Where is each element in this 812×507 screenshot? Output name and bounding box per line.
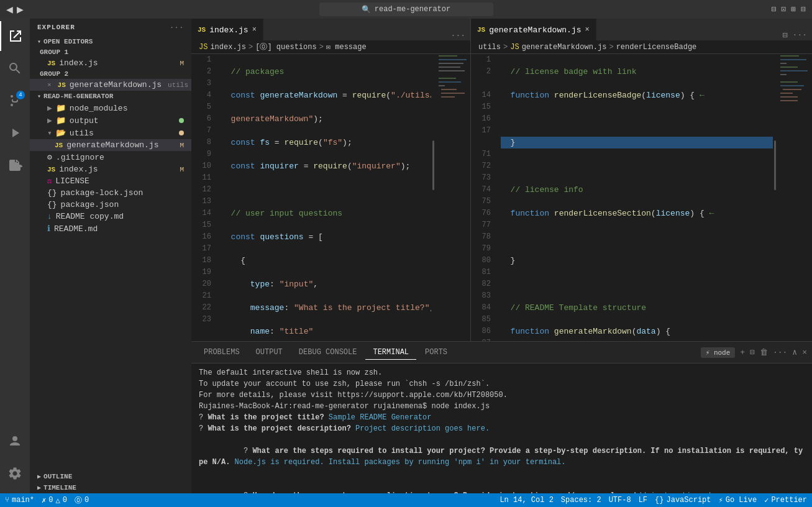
status-errors[interactable]: ✗ 0 △ 0 <box>42 496 67 505</box>
file-readme-name: README.md <box>54 224 98 234</box>
open-file-generatemarkdown[interactable]: × JS generateMarkdown.js utils M <box>30 79 191 91</box>
status-spaces[interactable]: Spaces: 2 <box>561 496 601 505</box>
right-tab-dots[interactable]: ··· <box>793 30 807 40</box>
file-readme-copy-name: README copy.md <box>56 212 124 221</box>
outline-label: OUTLINE <box>43 473 72 480</box>
tab-problems[interactable]: PROBLEMS <box>196 345 247 359</box>
activity-search[interactable] <box>0 53 30 83</box>
js-icon2: JS <box>58 81 66 89</box>
status-prettier[interactable]: ✓ Prettier <box>764 496 807 505</box>
terminal-content[interactable]: The default interactive shell is now zsh… <box>191 363 812 493</box>
status-position[interactable]: Ln 14, Col 2 <box>500 496 553 505</box>
breadcrumb-utils: utils <box>478 43 501 52</box>
file-packagelock[interactable]: {} package-lock.json <box>30 187 191 199</box>
status-encoding[interactable]: UTF-8 <box>609 496 631 505</box>
activity-run[interactable] <box>0 118 30 148</box>
activity-extensions[interactable] <box>0 150 30 180</box>
scroll-bar-left[interactable] <box>431 54 436 341</box>
forward-button[interactable]: ▶ <box>17 4 24 14</box>
scroll-bar-right[interactable] <box>773 54 778 341</box>
left-breadcrumb: JS index.js > [⓪] questions > ✉ message <box>191 40 470 54</box>
output-label: OUTPUT <box>256 348 283 357</box>
file-readme-copy[interactable]: ↓ README copy.md <box>30 211 191 222</box>
trash-terminal-icon[interactable]: 🗑 <box>760 348 768 357</box>
file-gitignore[interactable]: ⚙ .gitignore <box>30 151 191 163</box>
layout-icon[interactable]: ⊟ <box>772 4 777 14</box>
project-toggle[interactable]: ▾ READ-ME-GENERATOR <box>30 91 191 102</box>
svg-rect-4 <box>439 63 463 64</box>
group2-text: GROUP 2 <box>40 70 68 78</box>
layout2-icon[interactable]: ⊡ <box>782 4 787 14</box>
tab-debug-console[interactable]: DEBUG CONSOLE <box>291 345 365 359</box>
scroll-thumb-left <box>432 140 434 190</box>
activity-account[interactable] <box>0 426 30 456</box>
open-file-index-js[interactable]: JS index.js M <box>30 57 191 69</box>
right-code-content[interactable]: // license badge with link function rend… <box>496 54 773 341</box>
main-layout: 4 EXPLORER ··· ▾ OPEN EDITORS <box>0 19 812 493</box>
right-breadcrumb: utils > JS generateMarkdown.js > renderL… <box>471 40 812 54</box>
file-readme[interactable]: ℹ README.md <box>30 222 191 235</box>
activity-source-control[interactable]: 4 <box>0 86 30 116</box>
tab-index-label: index.js <box>209 25 248 35</box>
layout3-icon[interactable]: ⊞ <box>791 4 796 14</box>
layout4-icon[interactable]: ⊟ <box>801 4 806 14</box>
close-icon[interactable]: × <box>47 81 52 89</box>
tab-overflow-icon[interactable]: ··· <box>446 31 470 40</box>
js-icon4: JS <box>47 166 55 173</box>
status-line-ending[interactable]: LF <box>639 496 647 505</box>
folder-output[interactable]: ▶ 📁 output <box>30 114 191 127</box>
chevron-up-icon[interactable]: ∧ <box>792 347 797 357</box>
activity-bar: 4 <box>0 19 30 493</box>
status-language[interactable]: {} JavaScript <box>655 496 711 505</box>
tab-terminal[interactable]: TERMINAL <box>365 345 416 360</box>
right-tab-actions: ⊟ ··· <box>782 30 812 40</box>
breadcrumb-message: ✉ message <box>326 42 367 52</box>
sidebar-menu-icon[interactable]: ··· <box>170 24 184 31</box>
status-go-live[interactable]: ⚡ Go Live <box>719 496 757 505</box>
split-terminal-icon[interactable]: ⊟ <box>750 347 755 357</box>
svg-rect-14 <box>780 55 799 57</box>
warning-icon: △ <box>55 496 60 505</box>
tab-close-icon2[interactable]: × <box>585 25 589 34</box>
svg-rect-16 <box>780 63 787 64</box>
status-branch[interactable]: ⑂ main* <box>5 496 34 505</box>
node-badge: ⚡ node <box>701 347 736 358</box>
timeline-toggle[interactable]: ▶ TIMELINE <box>30 482 191 493</box>
file-package[interactable]: {} package.json <box>30 199 191 211</box>
tab-close-icon[interactable]: × <box>252 25 257 34</box>
add-terminal-icon[interactable]: + <box>740 348 745 357</box>
activity-explorer[interactable] <box>0 21 30 51</box>
prettier-text: Prettier <box>771 496 807 505</box>
file-generatemarkdown[interactable]: JS generateMarkdown.js M <box>30 139 191 151</box>
file-license[interactable]: ⚖ LICENSE <box>30 175 191 187</box>
terminal-dots-icon[interactable]: ··· <box>773 348 787 357</box>
svg-rect-21 <box>780 85 804 86</box>
left-code-content[interactable]: // packages const generateMarkdown = req… <box>216 54 431 341</box>
file-indexjs[interactable]: JS index.js M <box>30 163 191 175</box>
folder-node-modules[interactable]: ▶ 📁 node_modules <box>30 102 191 114</box>
prettier-icon: ✓ <box>764 496 769 505</box>
chevron-right-icon2: ▶ <box>47 116 52 126</box>
terminal-line-2: To update your account to use zsh, pleas… <box>199 378 805 390</box>
split-editor-icon[interactable]: ⊟ <box>782 30 787 40</box>
json-icon2: {} <box>47 200 57 209</box>
search-bar[interactable]: 🔍 read-me-generator <box>319 2 493 16</box>
tab-index-js[interactable]: JS index.js × <box>191 19 263 40</box>
tab-ports[interactable]: PORTS <box>417 345 455 359</box>
status-info[interactable]: ⓪ 0 <box>75 495 89 506</box>
sidebar-header: EXPLORER ··· <box>30 19 191 36</box>
svg-rect-20 <box>780 81 798 83</box>
back-button[interactable]: ◀ <box>6 4 13 14</box>
terminal-line-3: For more details, please visit https://s… <box>199 390 805 401</box>
svg-rect-24 <box>780 96 798 98</box>
nav-buttons[interactable]: ◀ ▶ <box>6 4 24 14</box>
tab-output[interactable]: OUTPUT <box>249 345 290 359</box>
tab-generatemarkdown[interactable]: JS generateMarkdown.js × <box>471 19 596 40</box>
activity-settings[interactable] <box>0 459 30 488</box>
outline-toggle[interactable]: ▶ OUTLINE <box>30 471 191 482</box>
close-terminal-icon[interactable]: × <box>802 348 807 357</box>
open-editors-toggle[interactable]: ▾ OPEN EDITORS <box>30 36 191 47</box>
search-icon: 🔍 <box>362 5 371 14</box>
folder-utils[interactable]: ▾ 📂 utils <box>30 127 191 139</box>
title-bar: ◀ ▶ 🔍 read-me-generator ⊟ ⊡ ⊞ ⊟ <box>0 0 812 19</box>
